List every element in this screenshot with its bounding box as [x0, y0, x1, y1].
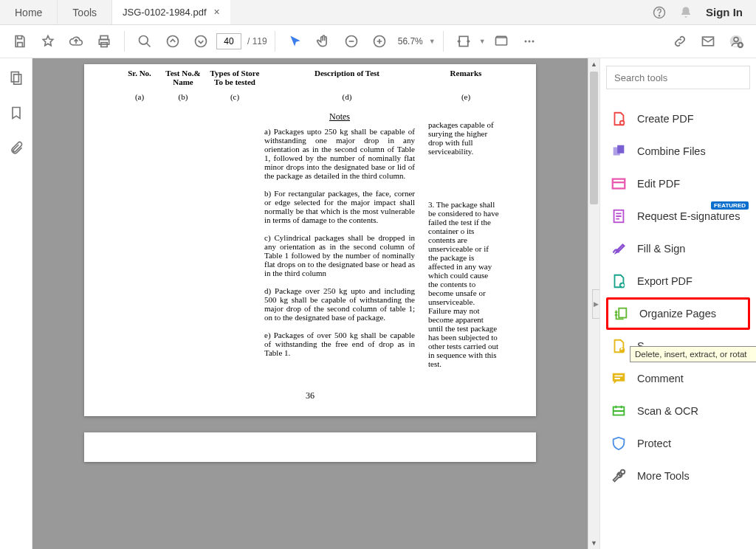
scroll-thumb[interactable] [590, 72, 598, 204]
create-pdf-icon [611, 111, 627, 127]
svg-rect-23 [617, 145, 624, 153]
collapse-right-handle[interactable]: ▶ [592, 289, 599, 319]
tool-organize-pages[interactable]: Organize Pages [606, 297, 750, 330]
svg-rect-27 [619, 308, 626, 318]
zoom-in-icon[interactable] [367, 29, 392, 54]
svg-point-17 [734, 38, 738, 42]
col-header: Sr. No. [121, 69, 158, 86]
left-navigation-rail [0, 58, 32, 549]
svg-point-30 [621, 470, 625, 474]
tool-protect[interactable]: Protect [606, 427, 750, 460]
page-total-label: / 119 [247, 36, 267, 46]
col-header: Types of Store To be tested [208, 69, 261, 86]
svg-rect-24 [613, 179, 625, 189]
tab-home[interactable]: Home [0, 0, 58, 24]
sign-in-button[interactable]: Sign In [706, 6, 743, 18]
note-para: e) Packages of over 500 kg shall be capa… [264, 331, 415, 357]
tool-label: Protect [637, 438, 671, 449]
top-right-controls: Sign In [653, 0, 756, 24]
attachment-icon[interactable] [9, 141, 24, 156]
featured-badge: FEATURED [711, 201, 749, 210]
col-header: Test No.& Name [158, 69, 208, 86]
svg-point-7 [196, 36, 207, 47]
svg-point-13 [528, 41, 530, 43]
remark-text: packages capable of surying the higher d… [428, 120, 499, 156]
note-para: b) For rectangular packages, the face, c… [264, 189, 415, 224]
svg-point-6 [168, 36, 179, 47]
cloud-upload-icon[interactable] [63, 29, 89, 54]
tool-scan-ocr[interactable]: Scan & OCR [606, 395, 750, 427]
page-number-input[interactable] [216, 33, 241, 49]
scroll-up-icon[interactable]: ▲ [588, 58, 599, 70]
remark-text: 3. The package shall be considered to ha… [428, 200, 499, 368]
tool-edit-pdf[interactable]: Edit PDF [606, 168, 750, 200]
svg-rect-11 [495, 38, 506, 45]
note-para: d) Package over 250 kg upto and includin… [264, 286, 415, 322]
bell-icon[interactable] [679, 6, 693, 19]
close-icon[interactable]: × [214, 6, 220, 18]
page-down-icon[interactable] [188, 29, 213, 54]
tool-more-tools[interactable]: More Tools [606, 460, 750, 492]
sub-header: (b) [158, 92, 208, 101]
page-up-icon[interactable] [160, 29, 185, 54]
tool-label: Comment [637, 373, 684, 384]
tool-fill-sign[interactable]: Fill & Sign [606, 232, 750, 265]
print-icon[interactable] [92, 29, 117, 54]
tab-current-file[interactable]: JSG-0102-1984.pdf × [112, 0, 230, 24]
edit-pdf-icon [611, 176, 627, 192]
svg-rect-10 [459, 36, 468, 46]
zoom-search-icon[interactable] [132, 29, 157, 54]
col-header: Remarks [433, 69, 499, 86]
scroll-down-icon[interactable]: ▼ [588, 537, 599, 549]
pdf-page[interactable]: Sr. No. Test No.& Name Types of Store To… [84, 64, 536, 416]
pdf-page-next[interactable] [84, 432, 536, 462]
search-tools-input[interactable] [606, 66, 750, 89]
sub-header: (c) [208, 92, 261, 101]
fill-sign-icon [611, 241, 627, 257]
col-header: Description of Test [261, 69, 433, 86]
organize-pages-icon [613, 305, 629, 322]
protect-icon [611, 435, 627, 452]
send-comments-icon [611, 338, 627, 354]
read-mode-icon[interactable] [489, 29, 514, 54]
tool-export-pdf[interactable]: Export PDF [606, 265, 750, 297]
tool-comment[interactable]: Comment [606, 362, 750, 395]
top-tab-bar: Home Tools JSG-0102-1984.pdf × Sign In [0, 0, 756, 25]
fit-dropdown-icon[interactable]: ▼ [479, 38, 486, 45]
tool-label: Request E-signatures [637, 210, 740, 222]
star-icon[interactable] [35, 29, 61, 54]
zoom-dropdown-icon[interactable]: ▼ [429, 38, 436, 45]
tool-label: Organize Pages [639, 308, 716, 320]
fit-width-icon[interactable] [451, 29, 476, 54]
tool-create-pdf[interactable]: Create PDF [606, 103, 750, 135]
select-tool-icon[interactable] [283, 29, 308, 54]
file-tab-label: JSG-0102-1984.pdf [123, 7, 206, 18]
tool-combine-files[interactable]: Combine Files [606, 135, 750, 168]
esign-icon [611, 208, 627, 224]
tool-label: Fill & Sign [637, 243, 685, 255]
email-icon[interactable] [695, 29, 721, 54]
hand-tool-icon[interactable] [311, 29, 336, 54]
account-icon[interactable] [724, 29, 749, 54]
bookmark-icon[interactable] [9, 106, 24, 120]
save-icon[interactable] [7, 29, 32, 54]
more-tools-wrench-icon [611, 468, 627, 484]
tool-request-esignatures[interactable]: Request E-signatures FEATURED [606, 200, 750, 232]
page-number: 36 [121, 390, 499, 401]
svg-point-14 [532, 41, 534, 43]
zoom-out-icon[interactable] [339, 29, 364, 54]
zoom-level-label[interactable]: 56.7% [398, 36, 423, 46]
tool-label: Scan & OCR [637, 405, 698, 417]
tab-tools[interactable]: Tools [58, 0, 112, 24]
svg-point-12 [524, 41, 526, 43]
more-tools-icon[interactable] [517, 29, 542, 54]
tools-panel: Create PDF Combine Files Edit PDF Reques… [599, 58, 756, 549]
share-link-icon[interactable] [667, 29, 693, 54]
help-icon[interactable] [653, 6, 666, 19]
svg-rect-20 [13, 75, 21, 84]
scan-ocr-icon [611, 403, 627, 419]
main-toolbar: / 119 56.7% ▼ ▼ [0, 25, 756, 58]
tool-label: Export PDF [637, 275, 693, 287]
sub-header: (e) [433, 92, 499, 101]
thumbnails-icon[interactable] [9, 70, 24, 85]
